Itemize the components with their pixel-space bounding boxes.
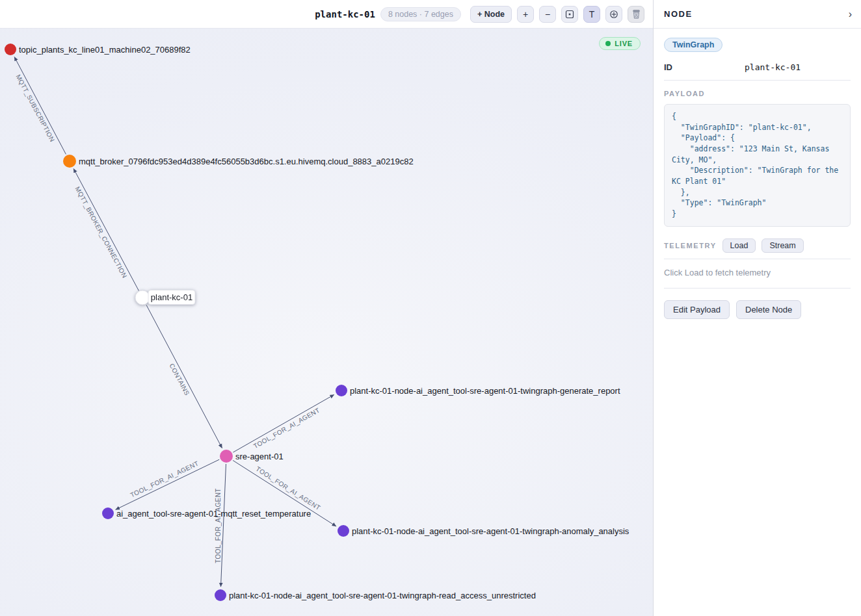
graph-svg: MQTT_SUBSCRIPTION MQTT_BROKER_CONNECTION…	[0, 29, 653, 616]
edge-label: MQTT_BROKER_CONNECTION	[74, 185, 129, 279]
node-reset-temperature[interactable]	[102, 507, 114, 519]
inspector-title: NODE	[664, 9, 693, 19]
node-type-badge: TwinGraph	[664, 38, 722, 52]
toggle-labels-button[interactable]: T	[583, 6, 600, 23]
edge-tool-read-access	[221, 464, 226, 587]
load-telemetry-button[interactable]: Load	[722, 238, 756, 253]
edge-mqtt-subscription	[14, 57, 66, 155]
zoom-in-button[interactable]: +	[517, 6, 534, 23]
inspector-header: NODE ›	[654, 0, 861, 29]
app-root: plant-kc-01 8 nodes · 7 edges + Node + −…	[0, 0, 861, 616]
node-sre-agent-01[interactable]	[220, 450, 233, 463]
live-dot-icon	[605, 41, 611, 46]
node-topic[interactable]	[5, 44, 16, 55]
node-label-sre-agent-01: sre-agent-01	[235, 452, 284, 461]
node-plant-kc-01-selected[interactable]: plant-kc-01	[135, 290, 195, 305]
add-node-button[interactable]: + Node	[470, 6, 512, 23]
delete-button[interactable]	[628, 6, 644, 23]
telemetry-hint: Click Load to fetch telemetry	[664, 268, 851, 289]
edge-mqtt-broker-connection	[73, 169, 139, 291]
node-actions-row: Edit Payload Delete Node	[664, 300, 851, 319]
inspector-body: TwinGraph ID plant-kc-01 PAYLOAD { "Twin…	[654, 29, 861, 319]
node-label-mqtt-broker: mqtt_broker_0796fdc953ed4d389e4fc56055b3…	[79, 157, 414, 166]
live-label: LIVE	[615, 40, 633, 47]
edge-label: TOOL_FOR_AI_AGENT	[252, 406, 321, 450]
zoom-out-button[interactable]: −	[539, 6, 556, 23]
edit-payload-button[interactable]: Edit Payload	[664, 300, 730, 319]
delete-node-button[interactable]: Delete Node	[736, 300, 801, 319]
live-badge: LIVE	[599, 37, 641, 50]
node-anomaly-analysis[interactable]	[338, 525, 349, 537]
node-label-reset-temperature: ai_agent_tool-sre-agent-01-mqtt_reset_te…	[116, 509, 311, 519]
node-label-generate-report: plant-kc-01-node-ai_agent_tool-sre-agent…	[350, 386, 620, 396]
fit-view-button[interactable]	[561, 6, 578, 23]
payload-section-label: PAYLOAD	[664, 90, 851, 97]
payload-json-view: { "TwinGraphID": "plant-kc-01", "Payload…	[664, 104, 851, 227]
node-generate-report[interactable]	[336, 385, 347, 396]
telemetry-section-label: TELEMETRY	[664, 242, 717, 250]
node-label-anomaly-analysis: plant-kc-01-node-ai_agent_tool-sre-agent…	[352, 526, 629, 536]
graph-canvas[interactable]: MQTT_SUBSCRIPTION MQTT_BROKER_CONNECTION…	[0, 29, 653, 616]
edge-tool-generate-report	[233, 394, 334, 452]
graph-title: plant-kc-01	[315, 9, 375, 19]
crosshair-icon	[609, 10, 618, 19]
edge-label: TOOL_FOR_AI_AGENT	[215, 488, 222, 563]
edge-tool-reset-temperature	[116, 459, 220, 509]
graph-stats-badge: 8 nodes · 7 edges	[380, 7, 461, 21]
center-graph-button[interactable]	[605, 6, 622, 23]
fit-view-icon	[565, 10, 574, 19]
id-value: plant-kc-01	[745, 62, 801, 72]
edge-contains	[146, 305, 222, 448]
edge-label: TOOL_FOR_AI_AGENT	[254, 465, 321, 512]
text-icon: T	[589, 10, 595, 19]
node-label-read-access: plant-kc-01-node-ai_agent_tool-sre-agent…	[229, 591, 536, 600]
minus-icon: −	[545, 10, 550, 19]
node-inspector-panel: NODE › TwinGraph ID plant-kc-01 PAYLOAD …	[653, 0, 861, 616]
id-row: ID plant-kc-01	[664, 62, 851, 81]
edge-label: TOOL_FOR_AI_AGENT	[129, 459, 200, 498]
trash-icon	[631, 9, 641, 19]
node-label-topic: topic_plants_kc_line01_machine02_70689f8…	[19, 45, 191, 55]
selected-node-chip-label: plant-kc-01	[151, 292, 192, 302]
telemetry-row: TELEMETRY Load Stream	[664, 238, 851, 259]
graph-toolbar: plant-kc-01 8 nodes · 7 edges + Node + −…	[0, 0, 653, 29]
graph-pane: plant-kc-01 8 nodes · 7 edges + Node + −…	[0, 0, 653, 616]
node-read-access[interactable]	[215, 589, 226, 601]
id-label: ID	[664, 62, 745, 72]
stream-telemetry-button[interactable]: Stream	[762, 238, 803, 253]
chevron-right-icon[interactable]: ›	[849, 9, 852, 19]
edge-label: MQTT_SUBSCRIPTION	[14, 73, 56, 143]
plus-icon: +	[523, 10, 528, 19]
node-mqtt-broker[interactable]	[63, 155, 76, 168]
